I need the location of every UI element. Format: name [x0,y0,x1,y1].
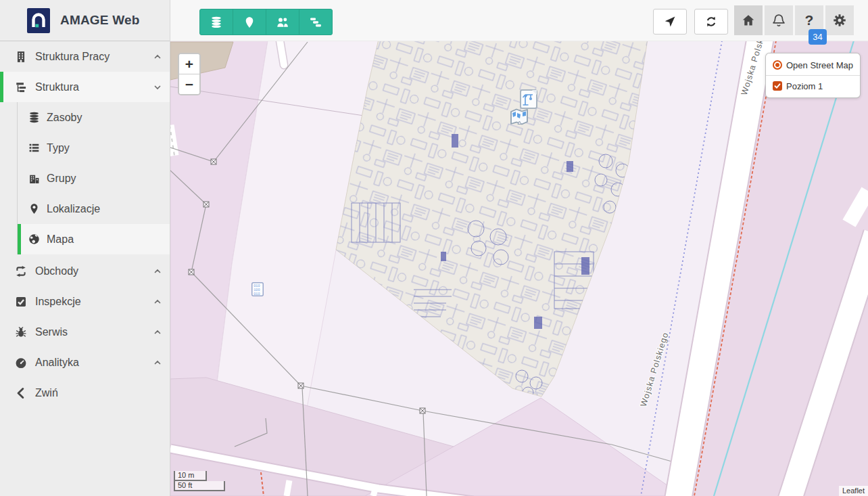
map-pin-icon [28,203,40,215]
list-icon [28,142,40,154]
sidebar-item-zasoby[interactable]: Zasoby [0,102,170,133]
show-locations-button[interactable] [233,9,266,35]
sidebar-item-struktura[interactable]: Struktura [0,72,170,102]
sidebar-item-label: Grupy [47,173,76,185]
buildings-icon [28,173,40,184]
sidebar-item-analityka[interactable]: Analityka [0,347,170,378]
building-icon [15,51,27,63]
location-arrow-icon [664,16,676,28]
locate-button[interactable] [653,9,687,35]
sidebar-item-label: Analityka [35,357,79,369]
checkbox-checked-icon[interactable] [773,81,782,91]
tree-icon [15,81,27,93]
sidebar-item-typy[interactable]: Typy [0,133,170,163]
sidebar-item-lokalizacje[interactable]: Lokalizacje [0,194,170,224]
sidebar-header: AMAGE Web [0,0,170,41]
sidebar-item-label: Struktura Pracy [35,51,110,63]
marker-binary-document[interactable]: 010 100 010 [252,283,264,296]
show-users-button[interactable] [266,9,299,35]
refresh-icon [705,16,717,28]
chevron-up-icon [153,359,162,367]
users-icon [276,16,289,28]
chevron-down-icon [153,83,162,91]
scale-imperial: 50 ft [174,481,225,491]
sync-icon [15,265,27,277]
map-canvas[interactable]: 010 100 010 Wojska Polskiego Wojska Pols… [170,41,868,496]
help-count-badge: 34 [809,29,827,45]
gear-icon [833,14,846,27]
zoom-in-button[interactable]: + [179,54,199,74]
question-icon: ? [805,12,814,28]
attribution-link[interactable]: Leaflet [842,487,865,495]
topbar: ? 34 [170,0,868,41]
bug-icon [15,326,27,338]
sidebar-item-obchody[interactable]: Obchody [0,256,170,286]
cascade-icon [310,16,322,28]
database-icon [210,16,222,28]
overlay-layer-label: Poziom 1 [786,81,823,91]
map-tiles: 010 100 010 Wojska Polskiego Wojska Pols… [170,41,868,496]
notifications-button[interactable] [765,5,793,35]
bell-icon [772,14,786,27]
sidebar-item-struktura-pracy[interactable]: Struktura Pracy [0,41,170,72]
map-layers-control: Open Street Map Poziom 1 [765,53,861,98]
home-button[interactable] [734,5,763,35]
sidebar-item-grupy[interactable]: Grupy [0,163,170,194]
map-zoom-control: + − [178,53,201,95]
sidebar: AMAGE Web Struktura Pracy Struktura Zaso… [0,0,170,496]
sidebar-item-label: Lokalizacje [47,203,100,215]
app-title: AMAGE Web [60,13,140,28]
gauge-icon [15,357,27,369]
home-icon [742,14,755,27]
sidebar-item-label: Obchody [35,265,78,277]
chevron-up-icon [153,267,162,275]
scale-metric: 10 m [174,471,207,481]
map-pin-icon [243,16,256,28]
sidebar-item-label: Mapa [47,233,74,246]
sidebar-item-inspekcje[interactable]: Inspekcje [0,286,170,317]
sidebar-item-label: Zwiń [35,387,58,399]
check-square-icon [15,296,27,308]
radio-selected-icon[interactable] [773,60,782,70]
road-stub [280,41,284,65]
map-scale-control: 10 m 50 ft [174,471,225,491]
show-hierarchy-button[interactable] [299,9,333,35]
marker-map[interactable] [511,110,527,125]
chevron-up-icon [153,328,162,336]
settings-button[interactable] [825,5,854,35]
chevron-up-icon [153,298,162,306]
layers-separator [766,75,860,76]
globe-icon [28,233,40,245]
map-attribution[interactable]: Leaflet [839,486,868,496]
base-layer-label: Open Street Map [786,60,853,70]
chevron-up-icon [153,53,162,61]
database-icon [28,112,40,123]
marker-construction-plan[interactable] [521,90,537,108]
sidebar-item-zwin[interactable]: Zwiń [0,378,170,408]
struktura-submenu: Zasoby Typy Grupy Lokalizacje Mapa [0,102,170,254]
sidebar-item-label: Serwis [35,326,68,338]
sidebar-item-label: Inspekcje [35,296,81,308]
svg-text:010: 010 [254,292,260,296]
base-layer-option[interactable]: Open Street Map [773,58,853,72]
overlay-layer-option[interactable]: Poziom 1 [773,79,853,93]
chevron-left-icon [15,387,27,399]
refresh-button[interactable] [694,9,728,35]
sidebar-item-label: Zasoby [47,112,82,124]
zoom-out-button[interactable]: − [179,74,199,94]
sidebar-item-serwis[interactable]: Serwis [0,317,170,347]
sidebar-item-label: Struktura [35,81,79,93]
show-assets-button[interactable] [199,9,233,35]
sidebar-item-label: Typy [47,142,70,154]
amage-logo-icon [27,8,50,33]
sidebar-item-mapa[interactable]: Mapa [18,224,170,254]
map-toolbar-button-group [199,9,333,35]
